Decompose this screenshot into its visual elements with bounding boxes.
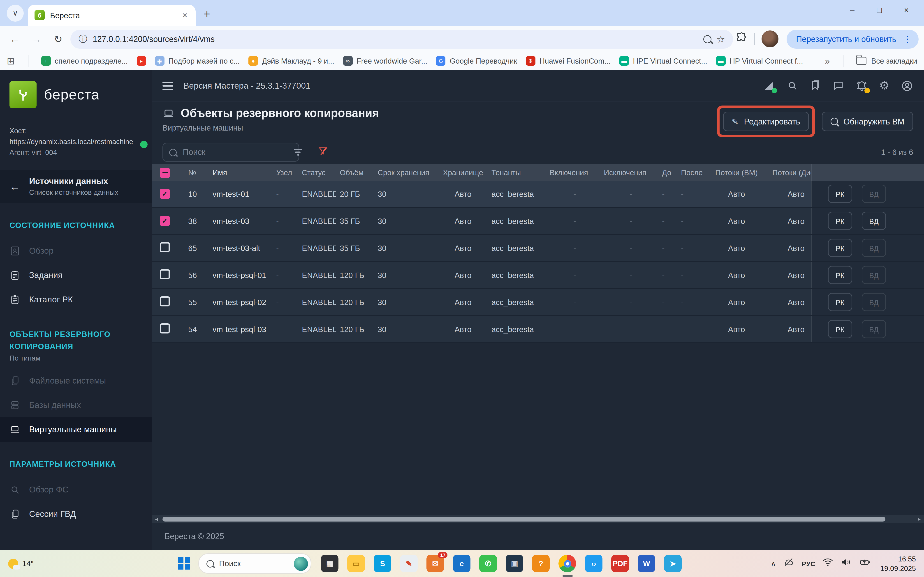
- weather-widget[interactable]: 14°: [8, 559, 34, 569]
- bookmark-item[interactable]: ∞ Free worldwide Gar...: [343, 56, 427, 66]
- taskbar-app-icon[interactable]: ▣: [506, 554, 524, 573]
- table-row[interactable]: 38 vm-test-03 - ENABLED 35 ГБ 30 Авто ac…: [152, 208, 924, 235]
- onedrive-paused-icon[interactable]: [783, 557, 794, 570]
- col-retention[interactable]: Срок хранения: [374, 168, 435, 176]
- taskbar-app-icon[interactable]: ‹›: [585, 554, 603, 573]
- notifications-bell-icon[interactable]: [855, 80, 867, 92]
- scrollbar-thumb[interactable]: [162, 517, 886, 521]
- bookmark-item[interactable]: ● Дэйв Маклауд - 9 и...: [249, 56, 334, 66]
- col-before[interactable]: До: [658, 168, 677, 176]
- row-checkbox[interactable]: [160, 189, 170, 199]
- col-tenants[interactable]: Тенанты: [487, 168, 546, 176]
- menu-hamburger-icon[interactable]: [162, 82, 173, 90]
- minimize-button[interactable]: –: [839, 0, 866, 20]
- settings-gear-icon[interactable]: ⚙: [879, 79, 890, 93]
- taskbar-app-icon[interactable]: ▦: [321, 554, 339, 573]
- filter-icon[interactable]: [294, 149, 302, 156]
- vd-button[interactable]: ВД: [862, 293, 886, 311]
- col-after[interactable]: После: [677, 168, 705, 176]
- forward-button[interactable]: →: [27, 29, 46, 48]
- volume-icon[interactable]: [841, 557, 852, 570]
- connection-status-icon[interactable]: [762, 80, 775, 92]
- tab-search-icon[interactable]: ∨: [7, 5, 24, 22]
- col-inclusions[interactable]: Включения: [546, 168, 600, 176]
- sidebar-item-virtual-machines[interactable]: Виртуальные машины: [0, 417, 152, 442]
- taskbar-app-icon[interactable]: [558, 554, 577, 573]
- row-menu-icon[interactable]: ⋮: [922, 215, 924, 227]
- rk-button[interactable]: РК: [828, 266, 852, 284]
- back-button[interactable]: ←: [5, 29, 24, 48]
- row-checkbox[interactable]: [160, 269, 170, 279]
- bookmark-item[interactable]: ▬ HP Virtual Connect f...: [716, 56, 803, 66]
- taskbar-app-icon[interactable]: ▭: [347, 554, 365, 573]
- table-row[interactable]: 54 vm-test-psql-03 - ENABLED 120 ГБ 30 А…: [152, 316, 924, 343]
- tray-expand-icon[interactable]: ∧: [771, 559, 776, 568]
- rk-button[interactable]: РК: [828, 320, 852, 338]
- col-number[interactable]: №: [184, 168, 208, 176]
- taskbar-search[interactable]: Поиск: [198, 553, 311, 574]
- sidebar-item-overview[interactable]: Обзор: [0, 239, 152, 263]
- app-logo[interactable]: береста: [10, 81, 142, 108]
- sidebar-item-tasks[interactable]: Задания: [0, 263, 152, 287]
- sidebar-item-databases[interactable]: Базы данных: [0, 393, 152, 417]
- rk-button[interactable]: РК: [828, 239, 852, 257]
- bookmark-item[interactable]: ◉ Подбор мазей по с...: [155, 56, 240, 66]
- select-all-checkbox[interactable]: [160, 168, 170, 178]
- row-menu-icon[interactable]: ⋮: [922, 296, 924, 308]
- rk-button[interactable]: РК: [828, 293, 852, 311]
- horizontal-scrollbar[interactable]: ◂ ▸: [152, 515, 924, 523]
- battery-icon[interactable]: [859, 557, 871, 570]
- scroll-left-icon[interactable]: ◂: [152, 516, 161, 522]
- close-button[interactable]: ×: [893, 0, 920, 20]
- row-checkbox[interactable]: [160, 296, 170, 306]
- tab-close-icon[interactable]: ×: [181, 10, 189, 20]
- col-storage[interactable]: Хранилище: [435, 168, 487, 176]
- taskbar-app-icon[interactable]: W: [637, 554, 656, 573]
- sidebar-item-gvd-sessions[interactable]: Сессии ГВД: [0, 502, 152, 526]
- scroll-right-icon[interactable]: ▸: [914, 516, 924, 522]
- start-button[interactable]: [178, 558, 190, 570]
- table-row[interactable]: 10 vm-test-01 - ENABLED 20 ГБ 30 Авто ac…: [152, 181, 924, 208]
- sidebar-item-rk-catalog[interactable]: Каталог РК: [0, 287, 152, 312]
- chat-icon[interactable]: [832, 80, 844, 91]
- bookmark-star-icon[interactable]: ☆: [717, 34, 725, 44]
- table-row[interactable]: 55 vm-test-psql-02 - ENABLED 120 ГБ 30 А…: [152, 289, 924, 316]
- bookmarks-overflow-icon[interactable]: »: [825, 56, 830, 66]
- new-tab-button[interactable]: +: [204, 8, 210, 20]
- taskbar-app-icon[interactable]: ✎: [400, 554, 418, 573]
- profile-avatar[interactable]: [762, 31, 779, 47]
- bookmark-item[interactable]: G Google Переводчик: [436, 56, 517, 66]
- col-exclusions[interactable]: Исключения: [600, 168, 658, 176]
- bookmark-item[interactable]: ▸: [137, 56, 146, 66]
- apps-grid-icon[interactable]: ⊞: [7, 55, 15, 66]
- row-menu-icon[interactable]: ⋮: [922, 269, 924, 281]
- row-checkbox[interactable]: [160, 323, 170, 334]
- discover-vm-button[interactable]: Обнаружить ВМ: [822, 111, 913, 131]
- edit-button[interactable]: ✎ Редактировать: [723, 111, 809, 131]
- col-threads-disk[interactable]: Потоки (Диск): [764, 168, 811, 176]
- rk-button[interactable]: РК: [828, 212, 852, 230]
- relaunch-update-button[interactable]: Перезапустить и обновить ⋮: [787, 29, 919, 48]
- taskbar-app-icon[interactable]: S: [373, 554, 392, 573]
- rk-button[interactable]: РК: [828, 185, 852, 203]
- col-status[interactable]: Статус: [298, 168, 336, 176]
- account-icon[interactable]: [901, 80, 913, 92]
- col-threads-vm[interactable]: Потоки (ВМ): [705, 168, 764, 176]
- site-info-icon[interactable]: ⓘ: [79, 33, 87, 45]
- bookmark-item[interactable]: ▬ HPE Virtual Connect...: [619, 56, 708, 66]
- table-row[interactable]: 56 vm-test-psql-01 - ENABLED 120 ГБ 30 А…: [152, 262, 924, 289]
- bookmark-item[interactable]: ❋ Huawei FusionCom...: [526, 56, 611, 66]
- zoom-icon[interactable]: [703, 35, 711, 43]
- address-bar[interactable]: ⓘ 127.0.0.1:4200/sources/virt/4/vms ☆: [70, 29, 733, 48]
- vd-button[interactable]: ВД: [862, 266, 886, 284]
- clear-filter-icon[interactable]: [318, 146, 328, 159]
- taskbar-clock[interactable]: 16:55 19.09.2025: [880, 554, 916, 573]
- row-checkbox[interactable]: [160, 242, 170, 252]
- taskbar-app-icon[interactable]: ?: [532, 554, 550, 573]
- sidebar-back-nav[interactable]: ← Источники данных Список источников дан…: [0, 170, 152, 203]
- taskbar-app-icon[interactable]: ✉17: [426, 554, 444, 573]
- taskbar-app-icon[interactable]: ✆: [479, 554, 497, 573]
- taskbar-app-icon[interactable]: ➤: [664, 554, 682, 573]
- col-volume[interactable]: Объём: [336, 168, 374, 176]
- sidebar-item-file-systems[interactable]: Файловые системы: [0, 369, 152, 393]
